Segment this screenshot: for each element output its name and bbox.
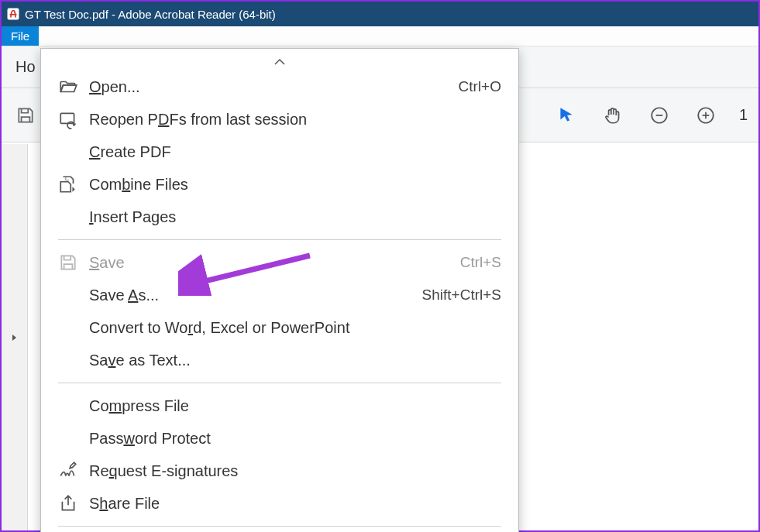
save-icon[interactable] [12, 102, 39, 129]
menu-insert-pages[interactable]: Insert Pages [41, 201, 518, 233]
menu-save-text[interactable]: Save as Text... [41, 344, 518, 376]
menu-open-label: Open... [89, 78, 459, 96]
menu-separator [58, 383, 501, 383]
menu-save-as-label: Save As... [89, 287, 422, 304]
menu-combine-label: Combine Files [89, 176, 501, 194]
menu-file[interactable]: File [2, 26, 39, 46]
menu-share[interactable]: Share File [41, 487, 518, 520]
menu-save-shortcut: Ctrl+S [460, 254, 501, 271]
menu-separator [58, 526, 501, 527]
menu-convert[interactable]: Convert to Word, Excel or PowerPoint [41, 311, 518, 344]
menu-esign[interactable]: Request E-signatures [41, 455, 518, 487]
window-title: GT Test Doc.pdf - Adobe Acrobat Reader (… [25, 8, 276, 21]
menu-reopen-label: Reopen PDFs from last session [89, 111, 501, 129]
menu-password-label: Password Protect [89, 430, 501, 448]
zoom-value[interactable]: 1 [739, 106, 748, 124]
menu-esign-label: Request E-signatures [89, 462, 501, 480]
menu-save-as[interactable]: Save As... Shift+Ctrl+S [41, 279, 518, 311]
menu-password[interactable]: Password Protect [41, 422, 518, 455]
acrobat-app-icon [6, 7, 20, 21]
titlebar: GT Test Doc.pdf - Adobe Acrobat Reader (… [2, 2, 758, 26]
zoom-out-icon[interactable] [646, 102, 672, 129]
hand-tool-icon[interactable] [600, 102, 626, 129]
reopen-icon [58, 109, 89, 129]
menu-save: Save Ctrl+S [41, 246, 518, 279]
selection-tool-icon[interactable] [553, 102, 579, 129]
file-menu-dropdown: Open... Ctrl+O Reopen PDFs from last ses… [40, 48, 519, 532]
menubar: File [2, 26, 758, 46]
folder-open-icon [58, 77, 89, 97]
menu-save-as-shortcut: Shift+Ctrl+S [422, 287, 501, 304]
menu-open[interactable]: Open... Ctrl+O [41, 70, 518, 103]
menu-create-pdf-label: Create PDF [89, 143, 501, 161]
menu-insert-label: Insert Pages [89, 208, 501, 226]
menu-share-label: Share File [89, 495, 501, 513]
menu-combine[interactable]: Combine Files [41, 168, 518, 201]
menu-save-label: Save [89, 254, 460, 272]
menu-scroll-up[interactable] [41, 53, 518, 70]
menu-create-pdf[interactable]: Create PDF [41, 136, 518, 168]
menu-compress-label: Compress File [89, 397, 501, 415]
menu-separator [58, 239, 501, 240]
combine-icon [58, 174, 89, 194]
menu-save-text-label: Save as Text... [89, 352, 501, 369]
menu-compress[interactable]: Compress File [41, 390, 518, 422]
nav-pane-toggle[interactable] [2, 144, 28, 530]
acrobat-window: GT Test Doc.pdf - Adobe Acrobat Reader (… [0, 0, 760, 532]
save-icon [58, 252, 89, 273]
menu-reopen[interactable]: Reopen PDFs from last session [41, 103, 518, 136]
zoom-in-icon[interactable] [693, 102, 719, 129]
menu-open-shortcut: Ctrl+O [459, 78, 501, 95]
share-icon [58, 493, 89, 513]
signature-icon [58, 461, 89, 481]
menu-convert-label: Convert to Word, Excel or PowerPoint [89, 319, 501, 337]
